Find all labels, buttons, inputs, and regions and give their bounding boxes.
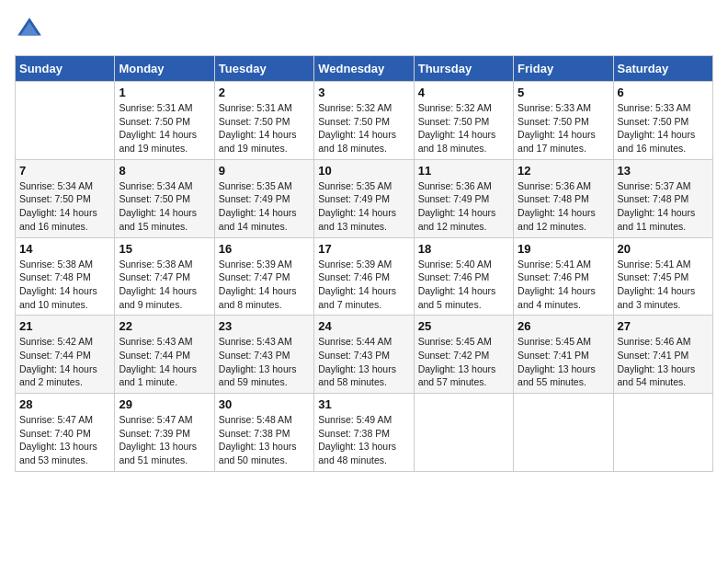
calendar-cell: 23Sunrise: 5:43 AMSunset: 7:43 PMDayligh… bbox=[214, 316, 313, 394]
day-info: Sunrise: 5:43 AMSunset: 7:44 PMDaylight:… bbox=[119, 335, 210, 389]
day-number: 30 bbox=[219, 397, 310, 411]
calendar-cell: 29Sunrise: 5:47 AMSunset: 7:39 PMDayligh… bbox=[115, 394, 214, 472]
calendar-cell: 20Sunrise: 5:41 AMSunset: 7:45 PMDayligh… bbox=[613, 237, 712, 316]
day-info: Sunrise: 5:36 AMSunset: 7:49 PMDaylight:… bbox=[418, 179, 509, 234]
day-number: 28 bbox=[19, 397, 110, 411]
day-number: 29 bbox=[119, 397, 210, 411]
weekday-header-saturday: Saturday bbox=[613, 56, 712, 82]
calendar-cell: 24Sunrise: 5:44 AMSunset: 7:43 PMDayligh… bbox=[314, 316, 414, 394]
calendar-cell: 9Sunrise: 5:35 AMSunset: 7:49 PMDaylight… bbox=[214, 159, 313, 237]
calendar-cell: 8Sunrise: 5:34 AMSunset: 7:50 PMDaylight… bbox=[115, 159, 214, 237]
day-number: 24 bbox=[318, 319, 409, 333]
calendar-cell: 16Sunrise: 5:39 AMSunset: 7:47 PMDayligh… bbox=[214, 237, 313, 316]
calendar-cell: 12Sunrise: 5:36 AMSunset: 7:48 PMDayligh… bbox=[514, 159, 613, 237]
day-number: 13 bbox=[618, 164, 709, 178]
calendar-cell: 10Sunrise: 5:35 AMSunset: 7:49 PMDayligh… bbox=[314, 159, 414, 237]
calendar-cell: 21Sunrise: 5:42 AMSunset: 7:44 PMDayligh… bbox=[16, 316, 115, 394]
day-number: 27 bbox=[618, 319, 709, 333]
logo bbox=[15, 15, 48, 44]
day-info: Sunrise: 5:33 AMSunset: 7:50 PMDaylight:… bbox=[618, 101, 709, 155]
day-number: 21 bbox=[19, 319, 110, 333]
day-number: 3 bbox=[318, 86, 409, 99]
calendar-cell: 25Sunrise: 5:45 AMSunset: 7:42 PMDayligh… bbox=[414, 316, 513, 394]
day-info: Sunrise: 5:47 AMSunset: 7:40 PMDaylight:… bbox=[19, 413, 110, 467]
day-number: 25 bbox=[418, 319, 509, 333]
weekday-header-thursday: Thursday bbox=[414, 56, 513, 82]
calendar-cell: 26Sunrise: 5:45 AMSunset: 7:41 PMDayligh… bbox=[514, 316, 613, 394]
weekday-header-friday: Friday bbox=[514, 56, 613, 82]
day-info: Sunrise: 5:37 AMSunset: 7:48 PMDaylight:… bbox=[618, 179, 709, 234]
day-info: Sunrise: 5:45 AMSunset: 7:42 PMDaylight:… bbox=[418, 335, 509, 389]
weekday-header-wednesday: Wednesday bbox=[314, 56, 414, 82]
day-info: Sunrise: 5:32 AMSunset: 7:50 PMDaylight:… bbox=[418, 101, 509, 155]
day-info: Sunrise: 5:45 AMSunset: 7:41 PMDaylight:… bbox=[518, 335, 609, 389]
day-number: 22 bbox=[119, 319, 210, 333]
day-number: 23 bbox=[219, 319, 310, 333]
calendar-cell: 22Sunrise: 5:43 AMSunset: 7:44 PMDayligh… bbox=[115, 316, 214, 394]
day-number: 4 bbox=[418, 86, 509, 99]
day-info: Sunrise: 5:41 AMSunset: 7:46 PMDaylight:… bbox=[518, 258, 609, 312]
day-number: 7 bbox=[19, 164, 110, 178]
day-info: Sunrise: 5:38 AMSunset: 7:48 PMDaylight:… bbox=[19, 258, 110, 312]
logo-icon bbox=[15, 15, 44, 44]
day-info: Sunrise: 5:35 AMSunset: 7:49 PMDaylight:… bbox=[318, 179, 409, 234]
calendar-cell bbox=[613, 394, 712, 472]
day-number: 10 bbox=[318, 164, 409, 178]
calendar-cell: 31Sunrise: 5:49 AMSunset: 7:38 PMDayligh… bbox=[314, 394, 414, 472]
calendar-cell: 6Sunrise: 5:33 AMSunset: 7:50 PMDaylight… bbox=[613, 82, 712, 160]
day-number: 18 bbox=[418, 242, 509, 256]
day-number: 6 bbox=[618, 86, 709, 99]
calendar-cell: 5Sunrise: 5:33 AMSunset: 7:50 PMDaylight… bbox=[514, 82, 613, 160]
day-info: Sunrise: 5:33 AMSunset: 7:50 PMDaylight:… bbox=[518, 101, 609, 155]
calendar-cell: 13Sunrise: 5:37 AMSunset: 7:48 PMDayligh… bbox=[613, 159, 712, 237]
weekday-header-sunday: Sunday bbox=[16, 56, 115, 82]
day-info: Sunrise: 5:42 AMSunset: 7:44 PMDaylight:… bbox=[19, 335, 110, 389]
day-info: Sunrise: 5:36 AMSunset: 7:48 PMDaylight:… bbox=[518, 179, 609, 234]
day-info: Sunrise: 5:34 AMSunset: 7:50 PMDaylight:… bbox=[19, 179, 110, 234]
day-info: Sunrise: 5:47 AMSunset: 7:39 PMDaylight:… bbox=[119, 413, 210, 467]
day-info: Sunrise: 5:32 AMSunset: 7:50 PMDaylight:… bbox=[318, 101, 409, 155]
day-info: Sunrise: 5:43 AMSunset: 7:43 PMDaylight:… bbox=[219, 335, 310, 389]
day-info: Sunrise: 5:35 AMSunset: 7:49 PMDaylight:… bbox=[219, 179, 310, 234]
day-info: Sunrise: 5:39 AMSunset: 7:46 PMDaylight:… bbox=[318, 258, 409, 312]
day-number: 2 bbox=[219, 86, 310, 99]
day-number: 9 bbox=[219, 164, 310, 178]
day-number: 11 bbox=[418, 164, 509, 178]
day-info: Sunrise: 5:46 AMSunset: 7:41 PMDaylight:… bbox=[618, 335, 709, 389]
day-number: 17 bbox=[318, 242, 409, 256]
day-info: Sunrise: 5:38 AMSunset: 7:47 PMDaylight:… bbox=[119, 258, 210, 312]
calendar-cell: 19Sunrise: 5:41 AMSunset: 7:46 PMDayligh… bbox=[514, 237, 613, 316]
calendar-cell: 27Sunrise: 5:46 AMSunset: 7:41 PMDayligh… bbox=[613, 316, 712, 394]
calendar-cell bbox=[414, 394, 513, 472]
day-number: 19 bbox=[518, 242, 609, 256]
calendar-cell: 15Sunrise: 5:38 AMSunset: 7:47 PMDayligh… bbox=[115, 237, 214, 316]
calendar-cell: 18Sunrise: 5:40 AMSunset: 7:46 PMDayligh… bbox=[414, 237, 513, 316]
day-number: 26 bbox=[518, 319, 609, 333]
day-info: Sunrise: 5:39 AMSunset: 7:47 PMDaylight:… bbox=[219, 258, 310, 312]
calendar-cell bbox=[514, 394, 613, 472]
calendar-cell: 14Sunrise: 5:38 AMSunset: 7:48 PMDayligh… bbox=[16, 237, 115, 316]
calendar-cell: 30Sunrise: 5:48 AMSunset: 7:38 PMDayligh… bbox=[214, 394, 313, 472]
day-info: Sunrise: 5:31 AMSunset: 7:50 PMDaylight:… bbox=[219, 101, 310, 155]
calendar-cell: 4Sunrise: 5:32 AMSunset: 7:50 PMDaylight… bbox=[414, 82, 513, 160]
calendar-cell: 11Sunrise: 5:36 AMSunset: 7:49 PMDayligh… bbox=[414, 159, 513, 237]
day-info: Sunrise: 5:34 AMSunset: 7:50 PMDaylight:… bbox=[119, 179, 210, 234]
day-number: 14 bbox=[19, 242, 110, 256]
calendar-cell: 17Sunrise: 5:39 AMSunset: 7:46 PMDayligh… bbox=[314, 237, 414, 316]
day-info: Sunrise: 5:49 AMSunset: 7:38 PMDaylight:… bbox=[318, 413, 409, 467]
day-info: Sunrise: 5:31 AMSunset: 7:50 PMDaylight:… bbox=[119, 101, 210, 155]
day-info: Sunrise: 5:41 AMSunset: 7:45 PMDaylight:… bbox=[618, 258, 709, 312]
day-number: 15 bbox=[119, 242, 210, 256]
day-number: 8 bbox=[119, 164, 210, 178]
day-number: 20 bbox=[618, 242, 709, 256]
weekday-header-monday: Monday bbox=[115, 56, 214, 82]
calendar-cell: 3Sunrise: 5:32 AMSunset: 7:50 PMDaylight… bbox=[314, 82, 414, 160]
day-info: Sunrise: 5:40 AMSunset: 7:46 PMDaylight:… bbox=[418, 258, 509, 312]
page-header bbox=[15, 15, 713, 44]
day-number: 31 bbox=[318, 397, 409, 411]
day-info: Sunrise: 5:48 AMSunset: 7:38 PMDaylight:… bbox=[219, 413, 310, 467]
calendar-cell: 2Sunrise: 5:31 AMSunset: 7:50 PMDaylight… bbox=[214, 82, 313, 160]
day-number: 12 bbox=[518, 164, 609, 178]
day-number: 1 bbox=[119, 86, 210, 99]
calendar-cell: 1Sunrise: 5:31 AMSunset: 7:50 PMDaylight… bbox=[115, 82, 214, 160]
